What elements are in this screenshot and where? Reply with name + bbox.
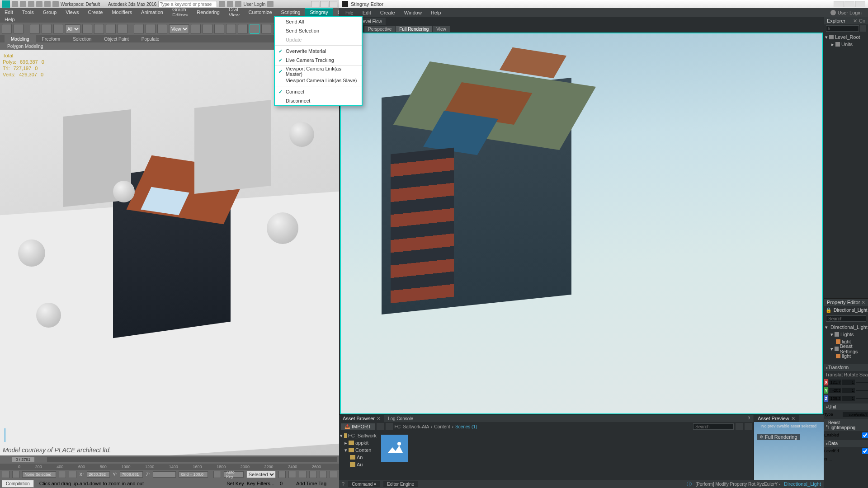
tree-level-root[interactable]: ▾Level_Root — [825, 33, 867, 41]
search-phrase-input[interactable] — [158, 1, 217, 7]
user-login[interactable]: User LogIn — [243, 2, 265, 7]
tab-asset-preview[interactable]: Asset Preview ✕ — [754, 415, 799, 422]
menu-rendering[interactable]: Rendering — [192, 8, 224, 16]
asset-tree[interactable]: ▾FC_Saltwork ▸appkit ▾Conten An Au — [339, 431, 377, 480]
menu-tools[interactable]: Tools — [18, 8, 38, 16]
explorer-menu-icon[interactable] — [860, 25, 866, 32]
select-button[interactable] — [82, 24, 92, 34]
sr-menu-create[interactable]: Create — [376, 10, 400, 15]
sr-user-login[interactable]: User Login — [830, 10, 866, 15]
coord-y-field[interactable]: 7808.681 — [120, 471, 143, 478]
breadcrumb-root[interactable]: FC_Saltwork-AIA — [395, 424, 429, 429]
next-frame-icon[interactable] — [37, 456, 44, 463]
explorer-search-input[interactable] — [826, 25, 859, 32]
workspace-label[interactable]: Workspace: Default — [61, 2, 100, 7]
help-icon[interactable] — [267, 1, 274, 7]
breadcrumb-scenes[interactable]: Scenes (1) — [455, 424, 477, 429]
menu-help[interactable]: Help — [0, 16, 19, 23]
command-dropdown[interactable]: Command ▾ — [348, 481, 380, 487]
search-icon[interactable] — [219, 1, 225, 7]
asset-gear-icon[interactable] — [745, 423, 752, 430]
menu-create[interactable]: Create — [83, 8, 107, 16]
preview-render-mode[interactable]: ⚙ Full Rendering — [757, 434, 800, 440]
propedit-close-icon[interactable]: ✕ — [861, 300, 865, 305]
status-help-icon[interactable]: ? — [342, 481, 344, 487]
folder-an[interactable]: An — [340, 454, 377, 461]
menu-connect[interactable]: ✓Connect — [275, 87, 362, 96]
menu-send-all[interactable]: Send All — [275, 17, 362, 26]
preview-viewport[interactable]: No previewable asset selected ⚙ Full Ren… — [754, 422, 824, 480]
asset-search-input[interactable] — [693, 423, 734, 430]
prop-tree-beast[interactable]: ▾Beast Settings — [825, 345, 867, 352]
named-sel-button[interactable] — [261, 24, 271, 34]
window-button[interactable] — [118, 24, 127, 34]
autokey-button[interactable]: Auto Key — [224, 471, 244, 478]
play-icon[interactable] — [299, 471, 307, 478]
asset-grid[interactable] — [377, 431, 754, 480]
ribbon-polygon-modeling[interactable]: Polygon Modeling — [3, 44, 48, 49]
mode-perspective[interactable]: Perspective — [364, 26, 395, 32]
translate-z[interactable]: 138.2 — [829, 396, 841, 401]
menu-overwrite-material[interactable]: ✓Overwrite Material — [275, 47, 362, 56]
nav-back-icon[interactable] — [377, 423, 384, 430]
menu-civil-view[interactable]: Civil View — [224, 8, 244, 16]
sr-menu-window[interactable]: Window — [400, 10, 426, 15]
snap-button[interactable] — [214, 24, 224, 34]
timeline-ruler[interactable]: 0 200 400 600 800 1000 1200 1400 1600 18… — [0, 464, 339, 470]
ribbon-populate[interactable]: Populate — [135, 35, 165, 42]
redo-button[interactable] — [14, 24, 24, 34]
rotate-z[interactable]: 1 — [842, 396, 854, 401]
menu-graph-editors[interactable]: Graph Editors — [168, 8, 192, 16]
breadcrumb-content[interactable]: Content — [434, 424, 450, 429]
lock-icon[interactable]: 🔒 — [826, 307, 832, 313]
ribbon-object-paint[interactable]: Object Paint — [98, 35, 135, 42]
undo-icon[interactable] — [36, 1, 42, 7]
constraint-button[interactable] — [53, 24, 63, 34]
import-button[interactable]: 📥 IMPORT — [341, 423, 375, 430]
menu-viewport-link-master[interactable]: ✓Viewport Camera Link(as Master) — [275, 67, 362, 76]
section-transform[interactable]: Transform — [824, 364, 868, 371]
asset-thumbnail[interactable] — [381, 435, 408, 462]
move-button[interactable] — [134, 24, 144, 34]
realtime-icon[interactable] — [330, 471, 337, 478]
leveled-checkbox[interactable] — [862, 448, 868, 454]
axis-x-button[interactable]: X — [824, 379, 828, 385]
coord-x-field[interactable]: 2630.392 — [87, 471, 110, 478]
coord-z-field[interactable] — [153, 471, 176, 478]
menu-animation[interactable]: Animation — [137, 8, 168, 16]
tab-log-console[interactable]: Log Console — [384, 415, 417, 422]
tab-asset-browser[interactable]: Asset Browser ✕ — [339, 415, 384, 422]
sr-close-button[interactable] — [855, 1, 865, 7]
tree-units[interactable]: ▸Units — [825, 41, 867, 48]
minimize-button[interactable] — [311, 1, 319, 7]
section-unit[interactable]: Unit — [824, 404, 868, 410]
sr-menu-file[interactable]: File — [341, 10, 358, 15]
asset-filter-icon[interactable] — [736, 423, 743, 430]
misc-icon-2[interactable] — [235, 1, 241, 7]
menu-live-camera-tracking[interactable]: ✓Live Camera Tracking — [275, 56, 362, 65]
folder-au[interactable]: Au — [340, 461, 377, 468]
save-icon[interactable] — [28, 1, 34, 7]
menu-send-selection[interactable]: Send Selection — [275, 26, 362, 35]
panel-help-icon[interactable]: ? — [744, 415, 754, 422]
open-icon[interactable] — [20, 1, 26, 7]
angle-snap-button[interactable] — [226, 24, 236, 34]
sr-menu-help[interactable]: Help — [426, 10, 446, 15]
translate-x[interactable]: 121.7 — [829, 380, 841, 385]
folder-appkit[interactable]: ▸appkit — [340, 439, 377, 446]
menu-edit[interactable]: Edit — [0, 8, 18, 16]
unlink-button[interactable] — [42, 24, 52, 34]
prop-tree-dirlight[interactable]: ▾Directional_Light — [825, 324, 867, 331]
lock-icon[interactable] — [2, 471, 9, 478]
link-icon[interactable] — [52, 1, 59, 7]
undo-button[interactable] — [2, 24, 12, 34]
region-button[interactable] — [106, 24, 116, 34]
ribbon-selection[interactable]: Selection — [66, 35, 98, 42]
lock2-icon[interactable] — [12, 471, 20, 478]
rotate-y[interactable]: 1 — [842, 388, 854, 393]
menu-update[interactable]: Update — [275, 35, 362, 44]
select-name-button[interactable] — [94, 24, 104, 34]
axis-y-button[interactable]: Y — [824, 387, 828, 394]
manipulate-button[interactable] — [203, 24, 212, 34]
rotate-x[interactable]: 1 — [842, 380, 854, 385]
